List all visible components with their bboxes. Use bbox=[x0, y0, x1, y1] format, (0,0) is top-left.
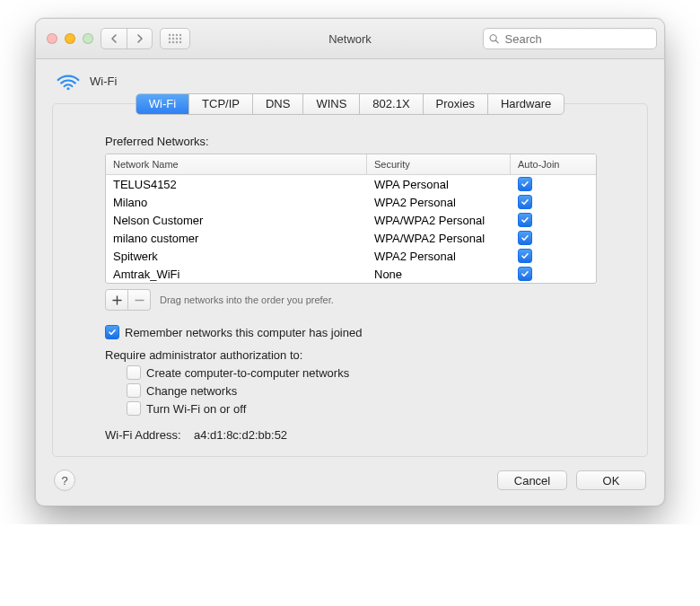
tab-8021x[interactable]: 802.1X bbox=[359, 94, 422, 114]
svg-point-11 bbox=[179, 41, 181, 43]
admin-option-label: Create computer-to-computer networks bbox=[146, 366, 349, 380]
pane-header: Wi-Fi bbox=[36, 59, 664, 93]
autojoin-checkbox[interactable] bbox=[518, 267, 532, 281]
cell-network-name: Milano bbox=[106, 196, 367, 209]
checkmark-icon bbox=[521, 233, 529, 242]
svg-point-14 bbox=[66, 87, 69, 90]
svg-point-10 bbox=[176, 41, 178, 43]
admin-option-label: Turn Wi-Fi on or off bbox=[146, 402, 246, 416]
svg-line-13 bbox=[495, 40, 498, 43]
table-row[interactable]: Nelson CustomerWPA/WPA2 Personal bbox=[106, 211, 596, 229]
svg-point-4 bbox=[169, 38, 171, 40]
svg-point-1 bbox=[172, 34, 174, 36]
tab-hardware[interactable]: Hardware bbox=[487, 94, 564, 114]
search-field[interactable] bbox=[483, 28, 657, 49]
tab-tcpip[interactable]: TCP/IP bbox=[188, 94, 252, 114]
table-row[interactable]: milano customerWPA/WPA2 Personal bbox=[106, 229, 596, 247]
show-all-button[interactable] bbox=[160, 28, 190, 49]
cancel-button[interactable]: Cancel bbox=[497, 470, 567, 490]
add-remove-bar: Drag networks into the order you prefer. bbox=[105, 289, 595, 311]
minimize-window-button[interactable] bbox=[65, 33, 75, 44]
admin-option-row: Turn Wi-Fi on or off bbox=[127, 401, 595, 416]
titlebar: Network bbox=[36, 19, 664, 59]
options-block: Remember networks this computer has join… bbox=[105, 325, 595, 442]
pane-title: Wi-Fi bbox=[90, 75, 117, 88]
admin-option-label: Change networks bbox=[146, 384, 237, 398]
wifi-address-label: Wi-Fi Address: bbox=[105, 428, 181, 442]
table-row[interactable]: SpitwerkWPA2 Personal bbox=[106, 247, 596, 265]
cell-security: WPA2 Personal bbox=[367, 196, 511, 209]
wifi-address-value: a4:d1:8c:d2:bb:52 bbox=[194, 428, 287, 442]
tab-wins[interactable]: WINS bbox=[302, 94, 359, 114]
svg-point-7 bbox=[179, 38, 181, 40]
cell-autojoin bbox=[511, 213, 596, 227]
admin-option-checkbox[interactable] bbox=[127, 383, 141, 398]
remember-networks-row: Remember networks this computer has join… bbox=[105, 325, 595, 339]
remember-networks-checkbox[interactable] bbox=[105, 325, 119, 339]
cell-security: WPA/WPA2 Personal bbox=[367, 232, 511, 245]
tab-bar-wrap: Wi-FiTCP/IPDNSWINS802.1XProxiesHardware bbox=[36, 93, 664, 113]
autojoin-checkbox[interactable] bbox=[518, 231, 532, 245]
forward-button[interactable] bbox=[127, 29, 152, 48]
search-input[interactable] bbox=[503, 31, 651, 47]
reorder-hint: Drag networks into the order you prefer. bbox=[160, 294, 334, 305]
checkmark-icon bbox=[108, 328, 117, 337]
autojoin-checkbox[interactable] bbox=[518, 213, 532, 227]
table-row[interactable]: Amtrak_WiFiNone bbox=[106, 265, 596, 283]
tab-bar: Wi-FiTCP/IPDNSWINS802.1XProxiesHardware bbox=[136, 93, 565, 115]
svg-point-0 bbox=[169, 34, 171, 36]
cell-autojoin bbox=[511, 249, 596, 263]
svg-point-3 bbox=[179, 34, 181, 36]
cell-autojoin bbox=[511, 195, 596, 209]
autojoin-checkbox[interactable] bbox=[518, 195, 532, 209]
cell-autojoin bbox=[511, 231, 596, 245]
tab-wifi[interactable]: Wi-Fi bbox=[136, 94, 188, 114]
autojoin-checkbox[interactable] bbox=[518, 177, 532, 191]
remove-network-button[interactable] bbox=[128, 289, 151, 311]
svg-point-9 bbox=[172, 41, 174, 43]
cell-security: WPA/WPA2 Personal bbox=[367, 214, 511, 227]
ok-button[interactable]: OK bbox=[576, 470, 646, 490]
table-row[interactable]: MilanoWPA2 Personal bbox=[106, 193, 596, 211]
preferred-networks-label: Preferred Networks: bbox=[105, 135, 595, 148]
tab-proxies[interactable]: Proxies bbox=[423, 94, 487, 114]
preferred-networks-table[interactable]: Network Name Security Auto-Join TELUS415… bbox=[105, 154, 597, 284]
admin-option-checkbox[interactable] bbox=[127, 365, 141, 380]
cell-security: None bbox=[367, 268, 511, 281]
zoom-window-button[interactable] bbox=[83, 33, 93, 44]
back-button[interactable] bbox=[101, 29, 127, 48]
cell-security: WPA2 Personal bbox=[367, 250, 511, 263]
wifi-address-row: Wi-Fi Address: a4:d1:8c:d2:bb:52 bbox=[105, 428, 595, 442]
table-row[interactable]: TELUS4152WPA Personal bbox=[106, 175, 596, 193]
close-window-button[interactable] bbox=[47, 33, 57, 44]
bottom-bar: ? Cancel OK bbox=[36, 468, 664, 505]
window-controls bbox=[47, 33, 93, 44]
table-body: TELUS4152WPA PersonalMilanoWPA2 Personal… bbox=[106, 175, 596, 283]
svg-point-8 bbox=[169, 41, 171, 43]
help-button[interactable]: ? bbox=[54, 470, 75, 491]
col-autojoin[interactable]: Auto-Join bbox=[511, 154, 596, 174]
minus-icon bbox=[135, 295, 144, 305]
chevron-right-icon bbox=[136, 34, 144, 43]
admin-option-row: Create computer-to-computer networks bbox=[127, 365, 595, 380]
cell-network-name: Amtrak_WiFi bbox=[106, 268, 367, 281]
cell-autojoin bbox=[511, 267, 596, 281]
cell-autojoin bbox=[511, 177, 596, 191]
col-security[interactable]: Security bbox=[367, 154, 511, 174]
tab-dns[interactable]: DNS bbox=[252, 94, 302, 114]
autojoin-checkbox[interactable] bbox=[518, 249, 532, 263]
col-network-name[interactable]: Network Name bbox=[106, 154, 367, 174]
cell-network-name: TELUS4152 bbox=[106, 178, 367, 191]
admin-option-row: Change networks bbox=[127, 383, 595, 398]
plus-icon bbox=[112, 295, 122, 305]
checkmark-icon bbox=[521, 251, 529, 260]
cell-security: WPA Personal bbox=[367, 178, 511, 191]
dialog-buttons: Cancel OK bbox=[497, 470, 646, 490]
chevron-left-icon bbox=[110, 34, 118, 43]
require-admin-label: Require administrator authorization to: bbox=[105, 348, 595, 362]
admin-option-checkbox[interactable] bbox=[127, 401, 141, 416]
checkmark-icon bbox=[521, 215, 529, 224]
grid-icon bbox=[168, 33, 182, 44]
table-header: Network Name Security Auto-Join bbox=[106, 154, 596, 175]
add-network-button[interactable] bbox=[105, 289, 128, 311]
